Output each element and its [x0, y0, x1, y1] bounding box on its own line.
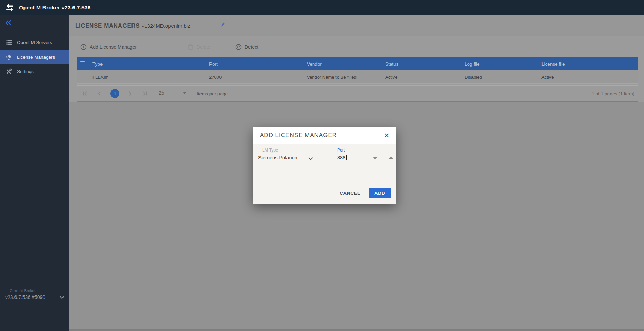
sidebar-item-label: Settings [17, 69, 34, 74]
add-license-manager-label: Add License Manager [90, 44, 137, 50]
edit-pencil-icon[interactable] [219, 22, 225, 29]
port-input[interactable]: 888 [337, 155, 386, 165]
detect-button[interactable]: Detect [235, 44, 258, 50]
spinner-down-icon[interactable] [373, 157, 377, 159]
app-window: OpenLM Broker v23.6.7.536 [0, 0, 644, 331]
cell-log-file: Disabled [465, 70, 482, 84]
lm-type-select[interactable]: Siemens Polarion [258, 155, 315, 165]
cell-license-file: Active [541, 70, 554, 84]
detect-label: Detect [245, 44, 258, 50]
server-name-field[interactable]: L324MD.openlm.biz [140, 20, 226, 32]
table-header-row: Type Port Vendor Status Log file License… [77, 57, 638, 70]
row-checkbox[interactable] [80, 75, 85, 79]
sidebar-item-license-managers[interactable]: License Managers [0, 50, 69, 64]
toolbar: Add License Manager Delete [69, 36, 644, 57]
lm-type-value: Siemens Polarion [258, 155, 297, 160]
cell-port: 27000 [209, 70, 222, 84]
dialog-actions: CANCEL ADD [340, 188, 391, 198]
pagination-bar: 1 25 Items per page 1 of 1 pages (1 item… [77, 85, 638, 102]
spinner-up-icon[interactable] [389, 156, 393, 159]
column-header-port[interactable]: Port [209, 57, 218, 70]
select-chevron-icon [308, 156, 313, 162]
cell-vendor: Vendor Name to Be filled [307, 70, 357, 84]
last-page-icon[interactable] [142, 91, 148, 96]
detect-radar-icon [235, 44, 242, 50]
chevron-down-icon [59, 295, 65, 299]
page-title: LICENSE MANAGERS - [75, 15, 144, 36]
previous-page-icon[interactable] [96, 91, 103, 96]
cell-status: Active [385, 70, 397, 84]
dropdown-arrow-icon [183, 92, 186, 94]
app-title: OpenLM Broker v23.6.7.536 [19, 4, 90, 11]
delete-button[interactable]: Delete [188, 44, 210, 50]
current-broker-label: Current Broker [5, 289, 65, 293]
first-page-icon[interactable] [81, 91, 88, 96]
swap-arrows-logo-icon [5, 3, 14, 12]
page-header: LICENSE MANAGERS - L324MD.openlm.biz [69, 15, 644, 36]
delete-label: Delete [196, 44, 210, 50]
port-value: 888 [337, 155, 345, 160]
port-label: Port [337, 148, 386, 153]
dialog-body: LM Type Siemens Polarion Port 888 [253, 144, 396, 204]
dialog-title: ADD LICENSE MANAGER [260, 132, 337, 139]
sidebar-item-label: License Managers [17, 55, 55, 60]
table-row[interactable]: FLEXlm 27000 Vendor Name to Be filled Ac… [77, 70, 638, 84]
add-button[interactable]: ADD [369, 188, 391, 198]
sidebar: OpenLM Servers License Managers [0, 15, 69, 331]
server-name-value: L324MD.openlm.biz [144, 23, 190, 29]
column-header-vendor[interactable]: Vendor [307, 57, 322, 70]
column-header-status[interactable]: Status [385, 57, 398, 70]
sidebar-divider [0, 32, 69, 32]
column-header-log-file[interactable]: Log file [465, 57, 480, 70]
next-page-icon[interactable] [127, 91, 134, 96]
top-bar: OpenLM Broker v23.6.7.536 [0, 0, 644, 15]
close-icon[interactable]: × [384, 132, 389, 139]
sidebar-nav: OpenLM Servers License Managers [0, 35, 69, 79]
current-broker-selector[interactable]: v23.6.7.536 #5090 [5, 294, 65, 303]
gear-icon [5, 54, 12, 60]
page-size-select[interactable]: 25 [157, 89, 188, 98]
lm-type-label: LM Type [258, 148, 315, 153]
sidebar-item-settings[interactable]: Settings [0, 64, 69, 79]
current-broker-value: v23.6.7.536 #5090 [5, 294, 45, 300]
tools-icon [5, 68, 12, 75]
items-per-page-label: Items per page [197, 91, 228, 96]
sidebar-item-openlm-servers[interactable]: OpenLM Servers [0, 35, 69, 50]
servers-icon [5, 39, 12, 46]
lm-type-field: LM Type Siemens Polarion [258, 148, 315, 165]
port-field: Port 888 [337, 148, 386, 165]
cancel-button[interactable]: CANCEL [340, 191, 360, 196]
sidebar-item-label: OpenLM Servers [17, 40, 52, 45]
text-caret [346, 155, 347, 160]
page-summary: 1 of 1 pages (1 item) [592, 91, 634, 96]
dialog-header: ADD LICENSE MANAGER × [253, 127, 396, 144]
select-all-checkbox[interactable] [80, 61, 85, 66]
plus-circle-icon [80, 44, 87, 50]
bottom-scroll-strip [69, 329, 644, 331]
add-license-manager-button[interactable]: Add License Manager [80, 44, 137, 50]
sidebar-collapse-icon[interactable] [4, 19, 12, 28]
page-size-value: 25 [159, 90, 164, 96]
column-header-license-file[interactable]: License file [541, 57, 565, 70]
column-header-type[interactable]: Type [92, 57, 103, 70]
current-broker-panel: Current Broker v23.6.7.536 #5090 [5, 289, 65, 303]
trash-icon [188, 44, 193, 50]
cell-type: FLEXlm [92, 70, 108, 84]
current-page-button[interactable]: 1 [110, 89, 119, 98]
add-license-manager-dialog: ADD LICENSE MANAGER × LM Type Siemens Po… [253, 127, 396, 204]
license-managers-table: Type Port Vendor Status Log file License… [77, 57, 638, 84]
